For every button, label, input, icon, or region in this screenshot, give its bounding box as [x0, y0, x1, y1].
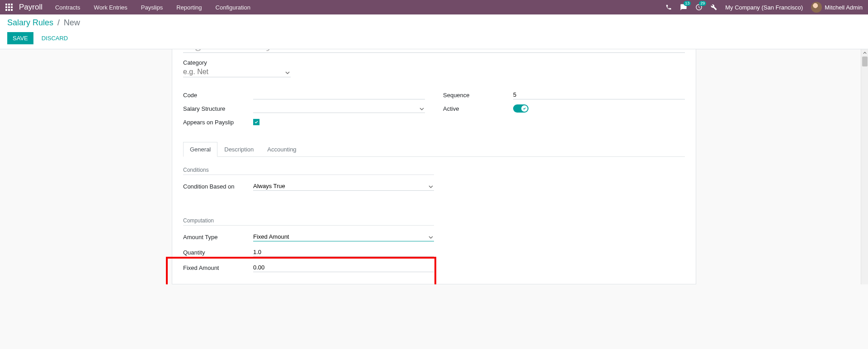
tab-general[interactable]: General: [183, 142, 217, 157]
main-menu: Contracts Work Entries Payslips Reportin…: [55, 4, 665, 11]
discard-button[interactable]: DISCARD: [36, 32, 74, 44]
code-label: Code: [183, 92, 253, 99]
activities-icon[interactable]: 29: [695, 4, 703, 11]
messages-badge: 13: [684, 1, 691, 6]
appears-on-payslip-label: Appears on Payslip: [183, 119, 253, 126]
caret-down-icon: [429, 184, 433, 190]
breadcrumb-parent[interactable]: Salary Rules: [7, 18, 53, 27]
top-navbar: Payroll Contracts Work Entries Payslips …: [0, 0, 868, 14]
save-button[interactable]: SAVE: [7, 32, 33, 44]
category-input[interactable]: [183, 67, 291, 77]
breadcrumb-current: New: [64, 18, 80, 27]
menu-reporting[interactable]: Reporting: [176, 4, 202, 11]
salary-structure-label: Salary Structure: [183, 105, 253, 112]
category-label: Category: [183, 59, 685, 66]
code-input[interactable]: [253, 90, 425, 99]
active-label: Active: [443, 105, 513, 112]
menu-work-entries[interactable]: Work Entries: [94, 4, 127, 11]
messages-icon[interactable]: 13: [680, 4, 687, 11]
menu-contracts[interactable]: Contracts: [55, 4, 80, 11]
user-name: Mitchell Admin: [825, 4, 863, 11]
activities-badge: 29: [699, 1, 706, 6]
tab-description[interactable]: Description: [217, 142, 260, 157]
amount-type-select[interactable]: [253, 232, 434, 241]
company-switcher[interactable]: My Company (San Francisco): [725, 4, 803, 11]
phone-icon[interactable]: [665, 4, 672, 10]
conditions-section-title: Conditions: [183, 167, 434, 175]
user-menu[interactable]: Mitchell Admin: [811, 2, 863, 13]
active-toggle[interactable]: [513, 104, 528, 113]
tabs: General Description Accounting: [183, 141, 685, 157]
apps-icon[interactable]: [5, 4, 13, 11]
scroll-thumb[interactable]: [862, 57, 868, 66]
breadcrumb: Salary Rules / New: [7, 18, 861, 28]
fixed-amount-label: Fixed Amount: [183, 264, 253, 271]
condition-based-on-label: Condition Based on: [183, 183, 253, 190]
fixed-amount-input[interactable]: [253, 263, 434, 272]
sequence-label: Sequence: [443, 92, 513, 99]
condition-based-on-select[interactable]: [253, 182, 434, 191]
quantity-input[interactable]: [253, 248, 434, 257]
name-input[interactable]: [183, 49, 685, 53]
app-brand[interactable]: Payroll: [19, 3, 42, 12]
vertical-scrollbar[interactable]: [861, 49, 868, 284]
avatar: [811, 2, 822, 13]
scroll-up-arrow[interactable]: [861, 49, 868, 57]
main-area: Category Code Salary Structure: [0, 49, 868, 284]
form-sheet: Category Code Salary Structure: [172, 49, 696, 284]
caret-down-icon: [429, 234, 433, 241]
caret-down-icon: [420, 106, 424, 113]
menu-payslips[interactable]: Payslips: [141, 4, 163, 11]
menu-configuration[interactable]: Configuration: [216, 4, 250, 11]
salary-structure-input[interactable]: [253, 104, 425, 113]
debug-icon[interactable]: [711, 4, 717, 10]
sequence-input[interactable]: [513, 90, 685, 99]
amount-type-label: Amount Type: [183, 234, 253, 241]
appears-on-payslip-checkbox[interactable]: [253, 119, 259, 125]
quantity-label: Quantity: [183, 249, 253, 256]
computation-section-title: Computation: [183, 217, 434, 226]
control-panel: Salary Rules / New SAVE DISCARD: [0, 14, 868, 49]
tab-accounting[interactable]: Accounting: [260, 142, 303, 157]
